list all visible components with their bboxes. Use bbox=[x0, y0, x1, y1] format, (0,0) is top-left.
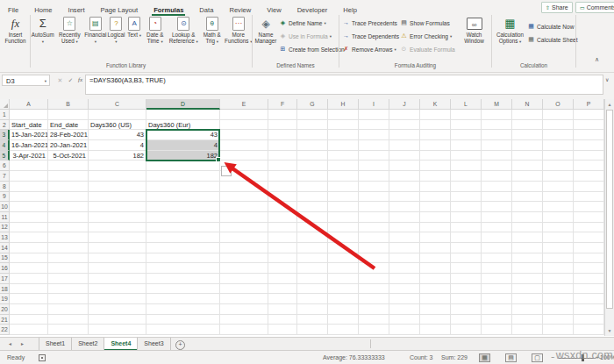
vertical-scroll-thumb[interactable] bbox=[606, 110, 613, 309]
cell-O12[interactable] bbox=[543, 223, 574, 233]
cell-I13[interactable] bbox=[359, 232, 389, 243]
ribbon-button-more-functions[interactable]: ⋯More Functions ▾ bbox=[225, 15, 253, 45]
cell-E4[interactable] bbox=[220, 140, 268, 151]
cell-N7[interactable] bbox=[512, 171, 543, 182]
cell-N9[interactable] bbox=[512, 192, 543, 203]
cell-P14[interactable] bbox=[574, 243, 604, 253]
cell-F2[interactable] bbox=[268, 120, 297, 131]
cell-P13[interactable] bbox=[574, 232, 604, 243]
row-header-9[interactable]: 9 bbox=[0, 192, 10, 203]
cell-C2[interactable]: Days360 (US) bbox=[89, 120, 146, 131]
cell-F1[interactable] bbox=[268, 110, 297, 120]
cell-O1[interactable] bbox=[543, 110, 574, 120]
cell-J11[interactable] bbox=[389, 212, 420, 223]
formula-bar-input[interactable]: =DAYS360(A3,B3, TRUE) bbox=[85, 75, 603, 95]
cell-K12[interactable] bbox=[420, 223, 451, 233]
cell-H4[interactable] bbox=[328, 140, 359, 151]
cell-D21[interactable] bbox=[146, 315, 220, 325]
cell-E20[interactable] bbox=[220, 304, 268, 315]
worksheet-grid[interactable]: ABCDEFGHIJKLMNOP12Start_dateEnd_dateDays… bbox=[0, 99, 604, 336]
cell-H9[interactable] bbox=[328, 192, 359, 203]
cell-C6[interactable] bbox=[89, 161, 146, 171]
cell-D13[interactable] bbox=[146, 232, 220, 243]
cell-J7[interactable] bbox=[389, 171, 420, 182]
cell-K8[interactable] bbox=[420, 182, 451, 192]
cell-P6[interactable] bbox=[574, 161, 604, 171]
sheet-nav-right-icon[interactable]: ► bbox=[20, 338, 25, 351]
cell-L1[interactable] bbox=[451, 110, 482, 120]
row-header-10[interactable]: 10 bbox=[0, 202, 10, 212]
cell-N4[interactable] bbox=[512, 140, 543, 151]
cell-A10[interactable] bbox=[10, 202, 48, 212]
cell-B19[interactable] bbox=[48, 294, 89, 304]
row-header-2[interactable]: 2 bbox=[0, 120, 10, 131]
cell-M14[interactable] bbox=[482, 243, 512, 253]
cell-F18[interactable] bbox=[268, 284, 297, 295]
ribbon-button-lookup-reference[interactable]: ⊙Lookup & Reference ▾ bbox=[168, 15, 200, 45]
cell-H18[interactable] bbox=[328, 284, 359, 295]
cell-O7[interactable] bbox=[543, 171, 574, 182]
cell-F8[interactable] bbox=[268, 182, 297, 192]
column-header-C[interactable]: C bbox=[89, 99, 146, 110]
cell-A3[interactable]: 15-Jan-2021 bbox=[10, 130, 48, 140]
ribbon-button-financial[interactable]: ▤Financial ▾ bbox=[84, 15, 107, 45]
cell-E13[interactable] bbox=[220, 232, 268, 243]
cell-D15[interactable] bbox=[146, 253, 220, 264]
cell-D14[interactable] bbox=[146, 243, 220, 253]
normal-view-icon[interactable]: ▦ bbox=[479, 353, 490, 362]
cell-G17[interactable] bbox=[297, 274, 328, 284]
cell-G2[interactable] bbox=[297, 120, 328, 131]
cell-A4[interactable]: 16-Jan-2021 bbox=[10, 140, 48, 151]
cell-F12[interactable] bbox=[268, 223, 297, 233]
cell-F17[interactable] bbox=[268, 274, 297, 284]
cell-H19[interactable] bbox=[328, 294, 359, 304]
cell-G4[interactable] bbox=[297, 140, 328, 151]
cell-M10[interactable] bbox=[482, 202, 512, 212]
cell-L15[interactable] bbox=[451, 253, 482, 264]
cell-A14[interactable] bbox=[10, 243, 48, 253]
cell-A18[interactable] bbox=[10, 284, 48, 295]
cell-J21[interactable] bbox=[389, 315, 420, 325]
cell-A19[interactable] bbox=[10, 294, 48, 304]
cell-C1[interactable] bbox=[89, 110, 146, 120]
cell-J22[interactable] bbox=[389, 325, 420, 335]
cell-G1[interactable] bbox=[297, 110, 328, 120]
cell-C14[interactable] bbox=[89, 243, 146, 253]
column-header-F[interactable]: F bbox=[268, 99, 297, 110]
cell-E8[interactable] bbox=[220, 182, 268, 192]
tab-scroll-splitter[interactable] bbox=[370, 339, 371, 348]
cell-I4[interactable] bbox=[359, 140, 389, 151]
ribbon-button-show-formulas[interactable]: ▤Show Formulas bbox=[400, 18, 455, 28]
cell-H6[interactable] bbox=[328, 161, 359, 171]
cell-E11[interactable] bbox=[220, 212, 268, 223]
ribbon-button-calculate-sheet[interactable]: ▦Calculate Sheet bbox=[527, 34, 578, 45]
cell-L18[interactable] bbox=[451, 284, 482, 295]
cell-P3[interactable] bbox=[574, 130, 604, 140]
cell-C9[interactable] bbox=[89, 192, 146, 203]
cell-B10[interactable] bbox=[48, 202, 89, 212]
cell-G6[interactable] bbox=[297, 161, 328, 171]
cell-B18[interactable] bbox=[48, 284, 89, 295]
cell-B16[interactable] bbox=[48, 263, 89, 274]
cell-I15[interactable] bbox=[359, 253, 389, 264]
cell-D10[interactable] bbox=[146, 202, 220, 212]
cell-L11[interactable] bbox=[451, 212, 482, 223]
cell-J16[interactable] bbox=[389, 263, 420, 274]
cell-N10[interactable] bbox=[512, 202, 543, 212]
cell-J8[interactable] bbox=[389, 182, 420, 192]
cell-G15[interactable] bbox=[297, 253, 328, 264]
column-header-D[interactable]: D bbox=[146, 99, 220, 110]
cell-O4[interactable] bbox=[543, 140, 574, 151]
zoom-out-icon[interactable]: − bbox=[551, 351, 554, 364]
cell-B15[interactable] bbox=[48, 253, 89, 264]
cell-N8[interactable] bbox=[512, 182, 543, 192]
cell-P18[interactable] bbox=[574, 284, 604, 295]
cell-E5[interactable] bbox=[220, 151, 268, 161]
cell-E1[interactable] bbox=[220, 110, 268, 120]
cell-F20[interactable] bbox=[268, 304, 297, 315]
row-header-6[interactable]: 6 bbox=[0, 161, 10, 171]
cell-I18[interactable] bbox=[359, 284, 389, 295]
cell-D1[interactable] bbox=[146, 110, 220, 120]
cell-I3[interactable] bbox=[359, 130, 389, 140]
cell-O14[interactable] bbox=[543, 243, 574, 253]
